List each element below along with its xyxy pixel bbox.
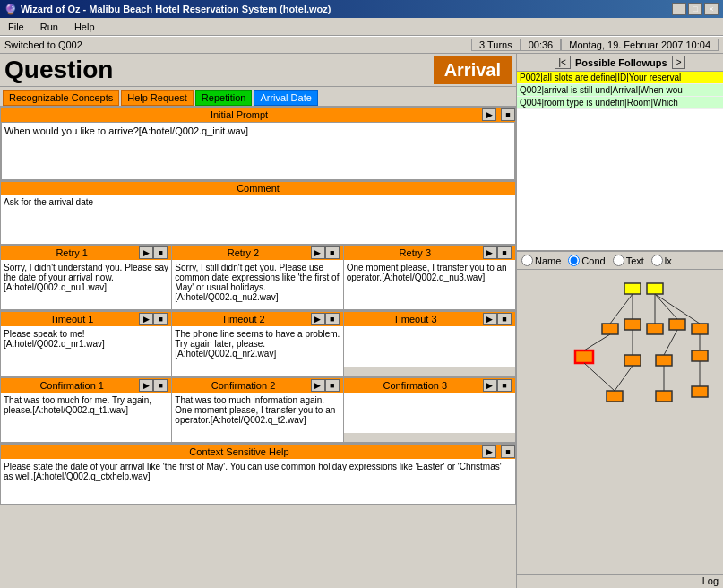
radio-text-label: Text (626, 255, 644, 266)
timeouts-section: Timeout 1 ▶ ■ Please speak to me![A:hote… (0, 311, 516, 377)
retry-3-content[interactable]: One moment please, I transfer you to an … (344, 260, 515, 309)
status-switched: Switched to Q002 (4, 39, 82, 50)
followup-item-1[interactable]: Q002|arrival is still und|Arrival|When w… (517, 84, 723, 97)
radio-cond[interactable] (568, 255, 580, 266)
context-help-play[interactable]: ▶ (482, 445, 496, 458)
node-orange-7 (656, 355, 672, 366)
timeout-1-cell: Timeout 1 ▶ ■ Please speak to me![A:hote… (1, 312, 172, 376)
radio-lx-group[interactable]: lx (651, 255, 672, 266)
radio-bar: Name Cond Text lx (517, 251, 723, 270)
confirmation-2-stop[interactable]: ■ (325, 379, 340, 392)
node-orange-2 (624, 319, 641, 330)
initial-prompt-stop[interactable]: ■ (501, 108, 515, 121)
followup-item-2[interactable]: Q004|room type is undefin|Room|Which (517, 97, 723, 109)
context-help-section: Context Sensitive Help ▶ ■ Please state … (0, 444, 516, 505)
timeout-1-play[interactable]: ▶ (139, 313, 153, 325)
node-orange-5 (692, 324, 708, 334)
node-selected[interactable] (575, 350, 593, 363)
radio-name-group[interactable]: Name (521, 255, 561, 266)
confirmation-2-content[interactable]: That was too much information again. One… (172, 393, 342, 442)
followup-item-0[interactable]: P002|all slots are define|ID|Your reserv… (517, 72, 723, 84)
main-layout: Question Arrival Recognizable Concepts H… (0, 54, 723, 588)
timeout-1-label: Timeout 1 (4, 314, 139, 324)
title-bar-text: 🔮 Wizard of Oz - Malibu Beach Hotel Rese… (4, 4, 331, 15)
timeout-2-content[interactable]: The phone line seems to have a problem. … (172, 326, 342, 376)
retry-3-stop[interactable]: ■ (497, 246, 512, 259)
node-yellow-1 (624, 283, 641, 294)
confirmation-3-stop[interactable]: ■ (497, 379, 512, 392)
followups-header: |< Possible Followups > (517, 54, 723, 72)
retry-2-stop[interactable]: ■ (325, 246, 340, 259)
minimize-button[interactable]: _ (672, 3, 686, 15)
retry-1-content[interactable]: Sorry, I didn't understand you. Please s… (1, 260, 171, 309)
confirmation-3-cell: Confirmation 3 ▶ ■ (344, 378, 515, 443)
retries-section: Retry 1 ▶ ■ Sorry, I didn't understand y… (0, 245, 516, 311)
menu-bar: File Run Help (0, 18, 723, 36)
edge-10 (584, 363, 615, 391)
confirmation-2-play[interactable]: ▶ (311, 379, 325, 392)
tab-arrival-date[interactable]: Arrival Date (254, 90, 317, 106)
timeout-1-stop[interactable]: ■ (153, 313, 168, 325)
status-segments: 3 Turns 00:36 Montag, 19. Februar 2007 1… (471, 39, 719, 51)
close-button[interactable]: × (704, 3, 719, 15)
menu-run[interactable]: Run (37, 21, 62, 33)
confirmation-2-label: Confirmation 2 (176, 380, 310, 391)
tab-recognizable-concepts[interactable]: Recognizable Concepts (3, 90, 119, 106)
retry-3-cell: Retry 3 ▶ ■ One moment please, I transfe… (344, 246, 515, 310)
confirmation-1-stop[interactable]: ■ (153, 379, 168, 392)
confirmation-3-play[interactable]: ▶ (483, 379, 497, 392)
node-bottom-3 (692, 386, 708, 397)
log-bar: Log (517, 574, 723, 588)
maximize-button[interactable]: □ (688, 3, 702, 15)
timeout-2-stop[interactable]: ■ (325, 313, 340, 325)
radio-text-group[interactable]: Text (613, 255, 644, 266)
woz-icon: 🔮 (4, 4, 17, 15)
node-orange-4 (669, 319, 685, 330)
initial-prompt-content[interactable]: When would you like to arrive?[A:hotel/Q… (1, 122, 515, 180)
confirmation-1-content[interactable]: That was too much for me. Try again, ple… (1, 393, 171, 442)
radio-lx-label: lx (665, 255, 672, 266)
timeout-3-content[interactable] (344, 326, 515, 367)
retry-1-header: Retry 1 ▶ ■ (1, 246, 171, 260)
retry-1-stop[interactable]: ■ (153, 246, 168, 259)
context-help-stop[interactable]: ■ (501, 445, 515, 458)
radio-name[interactable] (521, 255, 533, 266)
radio-text[interactable] (613, 255, 624, 266)
question-title: Question (4, 56, 113, 84)
confirmations-section: Confirmation 1 ▶ ■ That was too much for… (0, 377, 516, 444)
tab-repetition[interactable]: Repetition (195, 90, 253, 106)
comment-content[interactable]: Ask for the arrival date (1, 195, 515, 244)
timeout-3-stop[interactable]: ■ (497, 313, 512, 325)
edge-11 (615, 366, 633, 391)
confirmation-3-content[interactable] (344, 393, 515, 433)
node-bottom-1 (607, 391, 623, 402)
menu-help[interactable]: Help (71, 21, 99, 33)
confirmation-1-play[interactable]: ▶ (139, 379, 153, 392)
timeout-3-header: Timeout 3 ▶ ■ (344, 312, 515, 326)
timeout-1-content[interactable]: Please speak to me![A:hotel/Q002.q_nr1.w… (1, 326, 171, 376)
retry-3-header: Retry 3 ▶ ■ (344, 246, 515, 260)
timeout-3-play[interactable]: ▶ (483, 313, 497, 325)
radio-lx[interactable] (651, 255, 663, 266)
followups-nav-back[interactable]: |< (555, 56, 571, 69)
radio-cond-group[interactable]: Cond (568, 255, 605, 266)
context-help-content[interactable]: Please state the date of your arrival li… (1, 459, 515, 504)
tab-help-request[interactable]: Help Request (121, 90, 194, 106)
retry-2-label: Retry 2 (176, 247, 310, 258)
timeout-2-play[interactable]: ▶ (311, 313, 325, 325)
retry-2-cell: Retry 2 ▶ ■ Sorry, I still didn't get yo… (172, 246, 343, 310)
retry-1-play[interactable]: ▶ (139, 246, 153, 259)
menu-file[interactable]: File (4, 21, 28, 33)
retry-2-play[interactable]: ▶ (311, 246, 325, 259)
retry-2-content[interactable]: Sorry, I still didn't get you. Please us… (172, 260, 342, 309)
timeout-2-header: Timeout 2 ▶ ■ (172, 312, 342, 326)
timeout-2-cell: Timeout 2 ▶ ■ The phone line seems to ha… (172, 312, 343, 376)
title-bar: 🔮 Wizard of Oz - Malibu Beach Hotel Rese… (0, 0, 723, 18)
followups-nav-forward[interactable]: > (672, 56, 686, 69)
node-orange-8 (692, 350, 708, 361)
timeout-3-label: Timeout 3 (348, 314, 483, 324)
initial-prompt-play[interactable]: ▶ (482, 108, 496, 121)
right-panel: |< Possible Followups > P002|all slots a… (517, 54, 723, 588)
comment-label: Comment (1, 182, 515, 195)
retry-3-play[interactable]: ▶ (483, 246, 497, 259)
